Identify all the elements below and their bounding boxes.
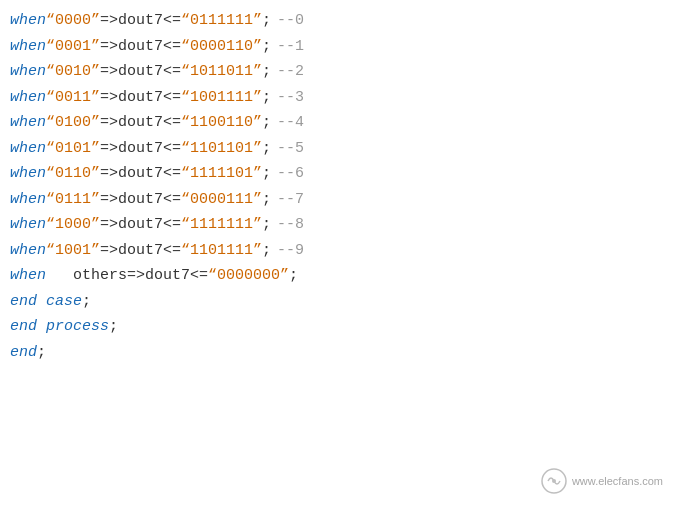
lhs-1: dout7 bbox=[118, 34, 163, 60]
comment-7: --7 bbox=[277, 187, 304, 213]
code-line-9: when“1001”=>dout7<=“1101111”;--9 bbox=[10, 238, 665, 264]
semi-7: ; bbox=[262, 187, 271, 213]
svg-point-1 bbox=[552, 479, 556, 483]
lhs-3: dout7 bbox=[118, 85, 163, 111]
code-line-6: when“0110”=>dout7<=“1111101”;--6 bbox=[10, 161, 665, 187]
rhs-8: “1111111” bbox=[181, 212, 262, 238]
arrow-5: => bbox=[100, 136, 118, 162]
keyword-when-1: when bbox=[10, 34, 46, 60]
semi-end: ; bbox=[37, 340, 46, 366]
watermark-logo-icon bbox=[540, 467, 568, 495]
rhs-5: “1101101” bbox=[181, 136, 262, 162]
keyword-when-5: when bbox=[10, 136, 46, 162]
semi-others: ; bbox=[289, 263, 298, 289]
keyword-when-7: when bbox=[10, 187, 46, 213]
lhs-6: dout7 bbox=[118, 161, 163, 187]
comment-2: --2 bbox=[277, 59, 304, 85]
lhs-4: dout7 bbox=[118, 110, 163, 136]
space-ec bbox=[37, 289, 46, 315]
value-5: “0101” bbox=[46, 136, 100, 162]
code-line-4: when“0100”=>dout7<=“1100110”;--4 bbox=[10, 110, 665, 136]
lhs-0: dout7 bbox=[118, 8, 163, 34]
semi-2: ; bbox=[262, 59, 271, 85]
code-line-0: when“0000”=>dout7<=“0111111”;--0 bbox=[10, 8, 665, 34]
semi-ep: ; bbox=[109, 314, 118, 340]
comment-3: --3 bbox=[277, 85, 304, 111]
rhs-3: “1001111” bbox=[181, 85, 262, 111]
arrow-6: => bbox=[100, 161, 118, 187]
watermark: www.elecfans.com bbox=[540, 467, 663, 495]
keyword-when-others: when bbox=[10, 263, 46, 289]
arrow-0: => bbox=[100, 8, 118, 34]
arrow-9: => bbox=[100, 238, 118, 264]
arrow-4: => bbox=[100, 110, 118, 136]
watermark-text: www.elecfans.com bbox=[572, 474, 663, 488]
keyword-end-process: end bbox=[10, 314, 37, 340]
arrow-1: => bbox=[100, 34, 118, 60]
assign-3: <= bbox=[163, 85, 181, 111]
keyword-when-9: when bbox=[10, 238, 46, 264]
keyword-when-2: when bbox=[10, 59, 46, 85]
assign-2: <= bbox=[163, 59, 181, 85]
code-line-others: when others=>dout7<=“0000000”; bbox=[10, 263, 665, 289]
keyword-when-4: when bbox=[10, 110, 46, 136]
space-ep bbox=[37, 314, 46, 340]
value-0: “0000” bbox=[46, 8, 100, 34]
assign-others: <= bbox=[190, 263, 208, 289]
code-line-8: when“1000”=>dout7<=“1111111”;--8 bbox=[10, 212, 665, 238]
rhs-others: “0000000” bbox=[208, 263, 289, 289]
assign-6: <= bbox=[163, 161, 181, 187]
lhs-7: dout7 bbox=[118, 187, 163, 213]
value-3: “0011” bbox=[46, 85, 100, 111]
keyword-when-8: when bbox=[10, 212, 46, 238]
semi-8: ; bbox=[262, 212, 271, 238]
value-4: “0100” bbox=[46, 110, 100, 136]
lhs-9: dout7 bbox=[118, 238, 163, 264]
keyword-process: process bbox=[46, 314, 109, 340]
assign-1: <= bbox=[163, 34, 181, 60]
code-line-1: when“0001”=>dout7<=“0000110”;--1 bbox=[10, 34, 665, 60]
comment-6: --6 bbox=[277, 161, 304, 187]
keyword-case: case bbox=[46, 289, 82, 315]
keyword-end-case: end bbox=[10, 289, 37, 315]
rhs-9: “1101111” bbox=[181, 238, 262, 264]
arrow-others: => bbox=[127, 263, 145, 289]
value-6: “0110” bbox=[46, 161, 100, 187]
rhs-1: “0000110” bbox=[181, 34, 262, 60]
comment-9: --9 bbox=[277, 238, 304, 264]
value-2: “0010” bbox=[46, 59, 100, 85]
watermark-site: www.elecfans.com bbox=[572, 474, 663, 488]
value-1: “0001” bbox=[46, 34, 100, 60]
code-line-3: when“0011”=>dout7<=“1001111”;--3 bbox=[10, 85, 665, 111]
assign-5: <= bbox=[163, 136, 181, 162]
arrow-3: => bbox=[100, 85, 118, 111]
code-line-end-case: end case; bbox=[10, 289, 665, 315]
assign-9: <= bbox=[163, 238, 181, 264]
value-8: “1000” bbox=[46, 212, 100, 238]
value-9: “1001” bbox=[46, 238, 100, 264]
arrow-7: => bbox=[100, 187, 118, 213]
comment-1: --1 bbox=[277, 34, 304, 60]
lhs-2: dout7 bbox=[118, 59, 163, 85]
code-line-5: when“0101”=>dout7<=“1101101”;--5 bbox=[10, 136, 665, 162]
semi-9: ; bbox=[262, 238, 271, 264]
semi-3: ; bbox=[262, 85, 271, 111]
rhs-4: “1100110” bbox=[181, 110, 262, 136]
code-line-7: when“0111”=>dout7<=“0000111”;--7 bbox=[10, 187, 665, 213]
code-line-2: when“0010”=>dout7<=“1011011”;--2 bbox=[10, 59, 665, 85]
value-7: “0111” bbox=[46, 187, 100, 213]
others-label: others bbox=[46, 263, 127, 289]
arrow-8: => bbox=[100, 212, 118, 238]
comment-5: --5 bbox=[277, 136, 304, 162]
semi-4: ; bbox=[262, 110, 271, 136]
lhs-8: dout7 bbox=[118, 212, 163, 238]
rhs-7: “0000111” bbox=[181, 187, 262, 213]
semi-ec: ; bbox=[82, 289, 91, 315]
assign-7: <= bbox=[163, 187, 181, 213]
keyword-when-6: when bbox=[10, 161, 46, 187]
assign-8: <= bbox=[163, 212, 181, 238]
rhs-0: “0111111” bbox=[181, 8, 262, 34]
semi-1: ; bbox=[262, 34, 271, 60]
keyword-when-0: when bbox=[10, 8, 46, 34]
keyword-when-3: when bbox=[10, 85, 46, 111]
